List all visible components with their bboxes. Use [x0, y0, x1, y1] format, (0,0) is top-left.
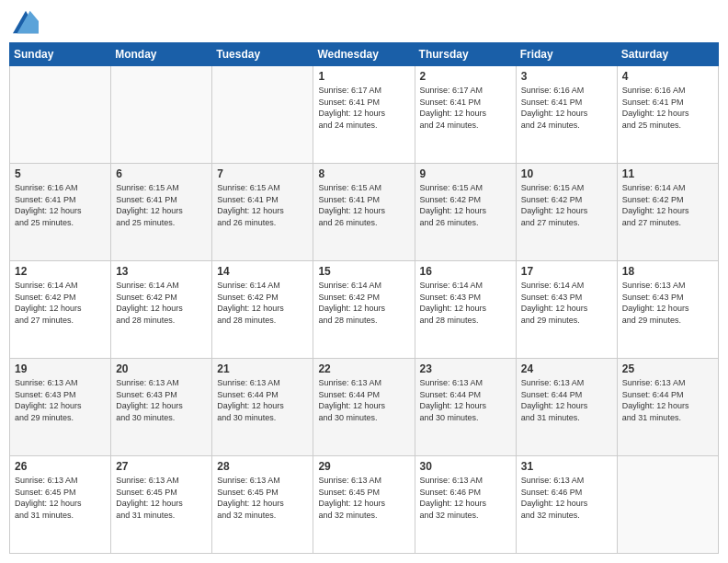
calendar-cell [617, 456, 718, 554]
day-info: Sunrise: 6:13 AM Sunset: 6:45 PM Dayligh… [318, 475, 409, 521]
calendar-cell: 13Sunrise: 6:14 AM Sunset: 6:42 PM Dayli… [111, 261, 212, 359]
calendar-week-row: 1Sunrise: 6:17 AM Sunset: 6:41 PM Daylig… [10, 66, 719, 164]
day-number: 27 [116, 460, 207, 473]
logo [13, 9, 42, 35]
day-info: Sunrise: 6:17 AM Sunset: 6:41 PM Dayligh… [420, 85, 511, 131]
calendar-cell: 12Sunrise: 6:14 AM Sunset: 6:42 PM Dayli… [10, 261, 111, 359]
day-info: Sunrise: 6:16 AM Sunset: 6:41 PM Dayligh… [622, 85, 713, 131]
day-info: Sunrise: 6:13 AM Sunset: 6:46 PM Dayligh… [420, 475, 511, 521]
day-number: 18 [622, 265, 713, 278]
day-info: Sunrise: 6:15 AM Sunset: 6:41 PM Dayligh… [217, 182, 308, 228]
day-number: 24 [521, 362, 612, 375]
day-info: Sunrise: 6:14 AM Sunset: 6:43 PM Dayligh… [420, 280, 511, 326]
day-info: Sunrise: 6:15 AM Sunset: 6:42 PM Dayligh… [420, 182, 511, 228]
calendar-cell: 14Sunrise: 6:14 AM Sunset: 6:42 PM Dayli… [212, 261, 313, 359]
day-info: Sunrise: 6:13 AM Sunset: 6:46 PM Dayligh… [521, 475, 612, 521]
calendar-cell: 18Sunrise: 6:13 AM Sunset: 6:43 PM Dayli… [617, 261, 718, 359]
calendar-cell: 17Sunrise: 6:14 AM Sunset: 6:43 PM Dayli… [516, 261, 617, 359]
day-info: Sunrise: 6:14 AM Sunset: 6:42 PM Dayligh… [116, 280, 207, 326]
weekday-header-row: SundayMondayTuesdayWednesdayThursdayFrid… [10, 43, 719, 66]
calendar-cell: 31Sunrise: 6:13 AM Sunset: 6:46 PM Dayli… [516, 456, 617, 554]
day-info: Sunrise: 6:14 AM Sunset: 6:42 PM Dayligh… [217, 280, 308, 326]
day-info: Sunrise: 6:13 AM Sunset: 6:44 PM Dayligh… [318, 377, 409, 423]
weekday-header-tuesday: Tuesday [212, 43, 313, 66]
day-info: Sunrise: 6:13 AM Sunset: 6:44 PM Dayligh… [622, 377, 713, 423]
day-info: Sunrise: 6:14 AM Sunset: 6:42 PM Dayligh… [15, 280, 106, 326]
calendar-cell: 15Sunrise: 6:14 AM Sunset: 6:42 PM Dayli… [313, 261, 415, 359]
calendar-cell: 21Sunrise: 6:13 AM Sunset: 6:44 PM Dayli… [212, 359, 313, 456]
calendar-cell: 19Sunrise: 6:13 AM Sunset: 6:43 PM Dayli… [10, 359, 111, 456]
day-info: Sunrise: 6:17 AM Sunset: 6:41 PM Dayligh… [318, 85, 409, 131]
day-info: Sunrise: 6:16 AM Sunset: 6:41 PM Dayligh… [15, 182, 106, 228]
day-number: 19 [15, 362, 106, 375]
day-info: Sunrise: 6:13 AM Sunset: 6:44 PM Dayligh… [217, 377, 308, 423]
calendar-cell: 9Sunrise: 6:15 AM Sunset: 6:42 PM Daylig… [415, 164, 516, 261]
calendar-cell: 22Sunrise: 6:13 AM Sunset: 6:44 PM Dayli… [313, 359, 415, 456]
calendar-cell: 28Sunrise: 6:13 AM Sunset: 6:45 PM Dayli… [212, 456, 313, 554]
calendar-cell: 16Sunrise: 6:14 AM Sunset: 6:43 PM Dayli… [415, 261, 516, 359]
day-number: 31 [521, 460, 612, 473]
calendar-week-row: 12Sunrise: 6:14 AM Sunset: 6:42 PM Dayli… [10, 261, 719, 359]
day-number: 22 [318, 362, 409, 375]
day-info: Sunrise: 6:14 AM Sunset: 6:42 PM Dayligh… [318, 280, 409, 326]
day-info: Sunrise: 6:16 AM Sunset: 6:41 PM Dayligh… [521, 85, 612, 131]
calendar-cell [111, 66, 212, 164]
calendar-cell: 3Sunrise: 6:16 AM Sunset: 6:41 PM Daylig… [516, 66, 617, 164]
day-number: 3 [521, 70, 612, 83]
calendar-cell: 25Sunrise: 6:13 AM Sunset: 6:44 PM Dayli… [617, 359, 718, 456]
day-info: Sunrise: 6:13 AM Sunset: 6:45 PM Dayligh… [217, 475, 308, 521]
weekday-header-saturday: Saturday [617, 43, 718, 66]
day-info: Sunrise: 6:13 AM Sunset: 6:43 PM Dayligh… [15, 377, 106, 423]
day-info: Sunrise: 6:13 AM Sunset: 6:43 PM Dayligh… [622, 280, 713, 326]
calendar-week-row: 5Sunrise: 6:16 AM Sunset: 6:41 PM Daylig… [10, 164, 719, 261]
day-info: Sunrise: 6:14 AM Sunset: 6:42 PM Dayligh… [622, 182, 713, 228]
weekday-header-sunday: Sunday [10, 43, 111, 66]
day-number: 26 [15, 460, 106, 473]
day-number: 12 [15, 265, 106, 278]
day-number: 30 [420, 460, 511, 473]
weekday-header-wednesday: Wednesday [313, 43, 415, 66]
calendar-cell: 2Sunrise: 6:17 AM Sunset: 6:41 PM Daylig… [415, 66, 516, 164]
day-number: 8 [318, 167, 409, 180]
day-info: Sunrise: 6:15 AM Sunset: 6:41 PM Dayligh… [318, 182, 409, 228]
calendar-cell: 1Sunrise: 6:17 AM Sunset: 6:41 PM Daylig… [313, 66, 415, 164]
calendar-cell: 27Sunrise: 6:13 AM Sunset: 6:45 PM Dayli… [111, 456, 212, 554]
day-number: 6 [116, 167, 207, 180]
calendar-cell: 6Sunrise: 6:15 AM Sunset: 6:41 PM Daylig… [111, 164, 212, 261]
logo-icon [13, 9, 39, 35]
day-number: 29 [318, 460, 409, 473]
day-number: 15 [318, 265, 409, 278]
calendar-cell: 8Sunrise: 6:15 AM Sunset: 6:41 PM Daylig… [313, 164, 415, 261]
calendar-week-row: 19Sunrise: 6:13 AM Sunset: 6:43 PM Dayli… [10, 359, 719, 456]
weekday-header-friday: Friday [516, 43, 617, 66]
calendar-week-row: 26Sunrise: 6:13 AM Sunset: 6:45 PM Dayli… [10, 456, 719, 554]
day-number: 4 [622, 70, 713, 83]
day-info: Sunrise: 6:13 AM Sunset: 6:45 PM Dayligh… [15, 475, 106, 521]
day-info: Sunrise: 6:13 AM Sunset: 6:44 PM Dayligh… [521, 377, 612, 423]
day-number: 1 [318, 70, 409, 83]
weekday-header-monday: Monday [111, 43, 212, 66]
day-number: 21 [217, 362, 308, 375]
day-number: 11 [622, 167, 713, 180]
calendar-cell: 30Sunrise: 6:13 AM Sunset: 6:46 PM Dayli… [415, 456, 516, 554]
day-number: 7 [217, 167, 308, 180]
day-info: Sunrise: 6:14 AM Sunset: 6:43 PM Dayligh… [521, 280, 612, 326]
day-number: 25 [622, 362, 713, 375]
day-number: 14 [217, 265, 308, 278]
calendar-cell [10, 66, 111, 164]
calendar-cell [212, 66, 313, 164]
calendar-cell: 29Sunrise: 6:13 AM Sunset: 6:45 PM Dayli… [313, 456, 415, 554]
day-number: 10 [521, 167, 612, 180]
day-info: Sunrise: 6:13 AM Sunset: 6:44 PM Dayligh… [420, 377, 511, 423]
day-info: Sunrise: 6:13 AM Sunset: 6:45 PM Dayligh… [116, 475, 207, 521]
day-number: 2 [420, 70, 511, 83]
calendar-cell: 5Sunrise: 6:16 AM Sunset: 6:41 PM Daylig… [10, 164, 111, 261]
calendar-cell: 26Sunrise: 6:13 AM Sunset: 6:45 PM Dayli… [10, 456, 111, 554]
calendar-cell: 11Sunrise: 6:14 AM Sunset: 6:42 PM Dayli… [617, 164, 718, 261]
calendar-cell: 24Sunrise: 6:13 AM Sunset: 6:44 PM Dayli… [516, 359, 617, 456]
day-info: Sunrise: 6:15 AM Sunset: 6:41 PM Dayligh… [116, 182, 207, 228]
page-header [9, 9, 719, 35]
calendar-cell: 20Sunrise: 6:13 AM Sunset: 6:43 PM Dayli… [111, 359, 212, 456]
day-number: 17 [521, 265, 612, 278]
day-info: Sunrise: 6:13 AM Sunset: 6:43 PM Dayligh… [116, 377, 207, 423]
